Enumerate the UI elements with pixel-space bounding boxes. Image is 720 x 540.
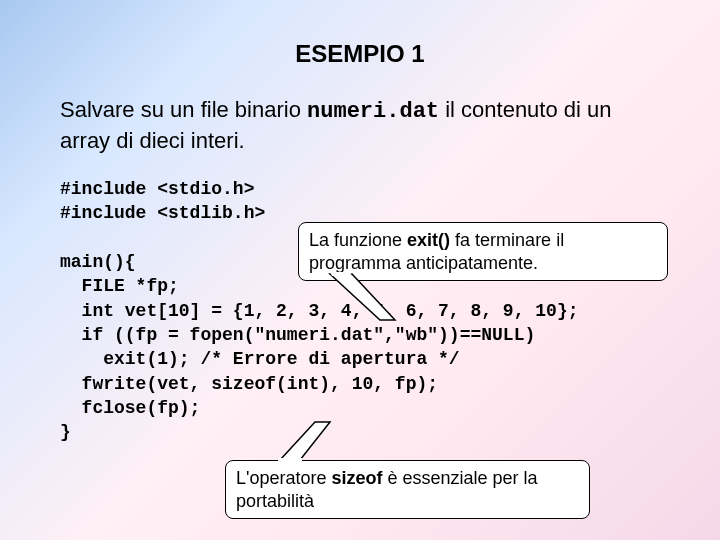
callout-exit-bold: exit() [407, 230, 450, 250]
callout-exit-tail [310, 272, 400, 322]
desc-text-pre: Salvare su un file binario [60, 97, 307, 122]
callout-exit-pre: La funzione [309, 230, 407, 250]
svg-marker-3 [278, 458, 302, 464]
slide-description: Salvare su un file binario numeri.dat il… [60, 96, 660, 155]
callout-sizeof: L'operatore sizeof è essenziale per la p… [225, 460, 590, 519]
callout-sizeof-pre: L'operatore [236, 468, 332, 488]
svg-marker-0 [330, 274, 395, 320]
callout-sizeof-tail [275, 420, 355, 465]
slide: ESEMPIO 1 Salvare su un file binario num… [0, 0, 720, 540]
slide-title: ESEMPIO 1 [60, 40, 660, 68]
callout-sizeof-bold: sizeof [332, 468, 383, 488]
svg-marker-1 [330, 272, 352, 276]
desc-filename: numeri.dat [307, 99, 439, 124]
svg-marker-2 [280, 422, 330, 460]
